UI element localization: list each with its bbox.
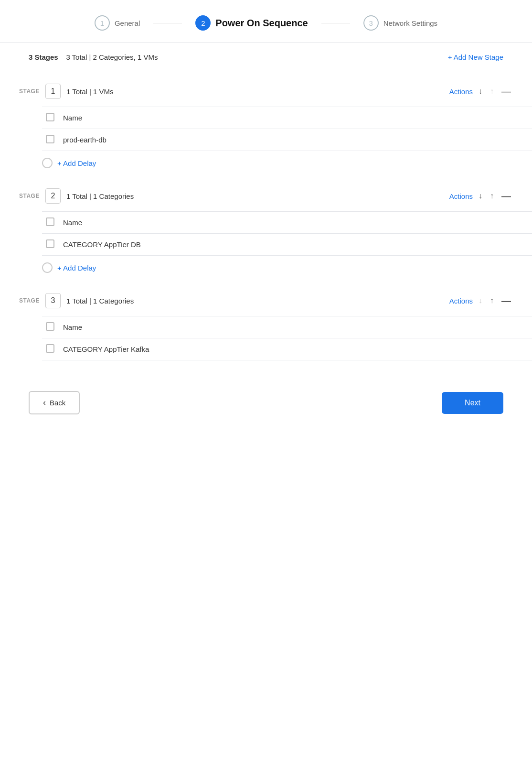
stage-2-add-delay-row: + Add Delay xyxy=(19,256,513,280)
next-label: Next xyxy=(465,399,480,407)
checkbox-1-name[interactable] xyxy=(46,113,54,121)
stage-3-actions-button[interactable]: Actions xyxy=(449,297,473,305)
stage-2-move-up[interactable]: ↑ xyxy=(488,191,496,201)
stage-1-move-up[interactable]: ↑ xyxy=(488,86,496,97)
stage-2-number: 2 xyxy=(45,188,61,204)
stage-1-number: 1 xyxy=(45,84,61,99)
table-row: prod-earth-db xyxy=(42,129,532,151)
stage-2-table: Name CATEGORY AppTier DB xyxy=(42,211,532,256)
stage-block-2: STAGE 2 1 Total | 1 Categories Actions ↓… xyxy=(19,188,513,280)
step-circle-3: 3 xyxy=(363,15,379,31)
table-row: CATEGORY AppTier Kafka xyxy=(42,338,532,360)
step-label-power-on: Power On Sequence xyxy=(215,18,308,29)
table-row: Name xyxy=(42,212,532,234)
stage-3-col-name-header: Name xyxy=(59,316,532,338)
stage-1-actions-button[interactable]: Actions xyxy=(449,87,473,96)
stage-2-remove[interactable]: — xyxy=(500,190,513,202)
step-power-on-sequence: 2 Power On Sequence xyxy=(182,15,321,31)
stage-1-add-delay-row: + Add Delay xyxy=(19,151,513,175)
stages-count: 3 Stages xyxy=(29,53,58,61)
next-button[interactable]: Next xyxy=(442,392,503,414)
stepper: 1 General 2 Power On Sequence 3 Network … xyxy=(0,0,532,43)
stage-3-number: 3 xyxy=(45,293,61,308)
table-row: CATEGORY AppTier DB xyxy=(42,234,532,256)
stage-3-actions: Actions ↓ ↑ — xyxy=(449,295,513,306)
back-label: Back xyxy=(50,399,65,407)
stage-1-add-delay-button[interactable]: + Add Delay xyxy=(57,159,96,167)
stage-3-header: STAGE 3 1 Total | 1 Categories Actions ↓… xyxy=(19,293,513,316)
step-label-general: General xyxy=(115,19,140,27)
stage-3-item-1: CATEGORY AppTier Kafka xyxy=(59,338,532,360)
stage-1-label: STAGE xyxy=(19,88,40,95)
checkbox-2-item[interactable] xyxy=(46,239,54,248)
stage-1-info: 1 Total | 1 VMs xyxy=(66,87,444,96)
stage-2-info: 1 Total | 1 Categories xyxy=(66,192,444,200)
stage-2-move-down[interactable]: ↓ xyxy=(477,191,484,201)
table-row: Name xyxy=(42,316,532,338)
checkbox-2-name[interactable] xyxy=(46,217,54,226)
stage-1-item-1: prod-earth-db xyxy=(59,129,532,151)
step-label-network: Network Settings xyxy=(383,19,437,27)
stage-3-table: Name CATEGORY AppTier Kafka xyxy=(42,316,532,360)
summary-info: 3 Stages 3 Total | 2 Categories, 1 VMs xyxy=(29,53,158,61)
delay-circle-1 xyxy=(42,158,53,168)
step-divider-1 xyxy=(153,23,182,23)
checkbox-3-name[interactable] xyxy=(46,322,54,331)
stage-2-col-name-header: Name xyxy=(59,212,532,234)
stages-container: STAGE 1 1 Total | 1 VMs Actions ↓ ↑ — Na… xyxy=(0,84,532,360)
stage-3-remove[interactable]: — xyxy=(500,295,513,306)
stage-1-remove[interactable]: — xyxy=(500,86,513,97)
stage-3-info: 1 Total | 1 Categories xyxy=(66,297,444,305)
step-network-settings: 3 Network Settings xyxy=(350,15,451,31)
back-arrow-icon: ‹ xyxy=(43,398,46,408)
stage-1-header: STAGE 1 1 Total | 1 VMs Actions ↓ ↑ — xyxy=(19,84,513,107)
stage-2-item-1: CATEGORY AppTier DB xyxy=(59,234,532,256)
stage-1-col-name-header: Name xyxy=(59,107,532,129)
step-divider-2 xyxy=(321,23,350,23)
stage-2-label: STAGE xyxy=(19,193,40,199)
stage-1-actions: Actions ↓ ↑ — xyxy=(449,86,513,97)
stage-3-move-down[interactable]: ↓ xyxy=(477,295,484,306)
delay-circle-2 xyxy=(42,262,53,273)
step-circle-2: 2 xyxy=(195,15,211,31)
summary-bar: 3 Stages 3 Total | 2 Categories, 1 VMs +… xyxy=(0,43,532,70)
checkbox-3-item[interactable] xyxy=(46,344,54,353)
back-button[interactable]: ‹ Back xyxy=(29,391,80,414)
checkbox-1-item[interactable] xyxy=(46,135,54,143)
stage-3-label: STAGE xyxy=(19,297,40,304)
step-circle-1: 1 xyxy=(95,15,110,31)
stage-block-1: STAGE 1 1 Total | 1 VMs Actions ↓ ↑ — Na… xyxy=(19,84,513,175)
stage-block-3: STAGE 3 1 Total | 1 Categories Actions ↓… xyxy=(19,293,513,360)
stage-1-table: Name prod-earth-db xyxy=(42,107,532,151)
bottom-nav: ‹ Back Next xyxy=(0,376,532,434)
stage-3-move-up[interactable]: ↑ xyxy=(488,295,496,306)
stage-2-actions-button[interactable]: Actions xyxy=(449,192,473,200)
stage-1-move-down[interactable]: ↓ xyxy=(477,86,484,97)
stage-2-header: STAGE 2 1 Total | 1 Categories Actions ↓… xyxy=(19,188,513,211)
stage-2-actions: Actions ↓ ↑ — xyxy=(449,190,513,202)
table-row: Name xyxy=(42,107,532,129)
stages-details: 3 Total | 2 Categories, 1 VMs xyxy=(66,53,158,61)
add-new-stage-button[interactable]: + Add New Stage xyxy=(448,53,503,61)
step-general: 1 General xyxy=(81,15,153,31)
stage-2-add-delay-button[interactable]: + Add Delay xyxy=(57,264,96,272)
